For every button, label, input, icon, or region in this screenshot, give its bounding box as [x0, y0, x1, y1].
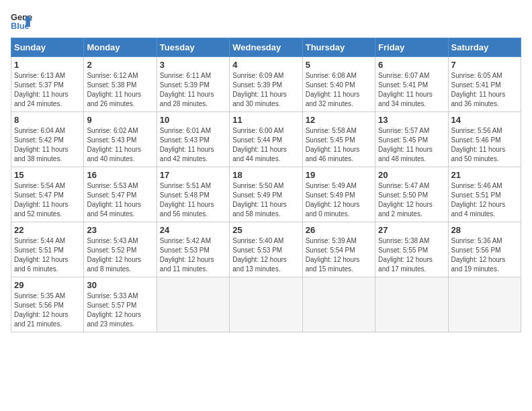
day-number: 21: [451, 170, 518, 180]
day-info: Sunrise: 5:35 AM Sunset: 5:56 PM Dayligh…: [14, 291, 81, 329]
day-info: Sunrise: 6:07 AM Sunset: 5:41 PM Dayligh…: [378, 71, 445, 109]
day-info: Sunrise: 6:12 AM Sunset: 5:38 PM Dayligh…: [87, 71, 153, 109]
day-number: 18: [232, 170, 299, 180]
calendar-cell: 27 Sunrise: 5:38 AM Sunset: 5:55 PM Dayl…: [375, 222, 448, 277]
calendar-row: 15 Sunrise: 5:54 AM Sunset: 5:47 PM Dayl…: [11, 167, 521, 222]
calendar-row: 8 Sunrise: 6:04 AM Sunset: 5:42 PM Dayli…: [11, 112, 521, 167]
logo: General Blue: [11, 11, 32, 32]
calendar-cell: [302, 277, 375, 332]
day-number: 27: [378, 225, 445, 235]
calendar-cell: 23 Sunrise: 5:43 AM Sunset: 5:52 PM Dayl…: [84, 222, 157, 277]
day-number: 13: [378, 115, 445, 125]
day-number: 3: [160, 60, 226, 70]
day-number: 29: [14, 280, 81, 290]
calendar-cell: 10 Sunrise: 6:01 AM Sunset: 5:43 PM Dayl…: [157, 112, 229, 167]
calendar-cell: 6 Sunrise: 6:07 AM Sunset: 5:41 PM Dayli…: [375, 57, 448, 112]
calendar-cell: 14 Sunrise: 5:56 AM Sunset: 5:46 PM Dayl…: [448, 112, 521, 167]
day-number: 17: [160, 170, 226, 180]
calendar-cell: 13 Sunrise: 5:57 AM Sunset: 5:45 PM Dayl…: [375, 112, 448, 167]
day-number: 12: [306, 115, 372, 125]
calendar-cell: [157, 277, 229, 332]
day-number: 24: [160, 225, 226, 235]
day-info: Sunrise: 5:38 AM Sunset: 5:55 PM Dayligh…: [378, 236, 445, 274]
calendar-cell: 2 Sunrise: 6:12 AM Sunset: 5:38 PM Dayli…: [84, 57, 157, 112]
day-number: 25: [232, 225, 299, 235]
day-info: Sunrise: 6:09 AM Sunset: 5:39 PM Dayligh…: [232, 71, 299, 109]
day-info: Sunrise: 5:40 AM Sunset: 5:53 PM Dayligh…: [232, 236, 299, 274]
day-info: Sunrise: 6:00 AM Sunset: 5:44 PM Dayligh…: [232, 126, 299, 164]
day-info: Sunrise: 5:43 AM Sunset: 5:52 PM Dayligh…: [87, 236, 153, 274]
weekday-header: Tuesday: [157, 38, 229, 57]
calendar-cell: 22 Sunrise: 5:44 AM Sunset: 5:51 PM Dayl…: [11, 222, 84, 277]
calendar-cell: 17 Sunrise: 5:51 AM Sunset: 5:48 PM Dayl…: [157, 167, 229, 222]
day-info: Sunrise: 5:42 AM Sunset: 5:53 PM Dayligh…: [160, 236, 226, 274]
calendar-cell: 26 Sunrise: 5:39 AM Sunset: 5:54 PM Dayl…: [302, 222, 375, 277]
calendar-cell: 5 Sunrise: 6:08 AM Sunset: 5:40 PM Dayli…: [302, 57, 375, 112]
day-number: 2: [87, 60, 153, 70]
weekday-header: Saturday: [448, 38, 521, 57]
calendar-cell: 30 Sunrise: 5:33 AM Sunset: 5:57 PM Dayl…: [84, 277, 157, 332]
day-number: 6: [378, 60, 445, 70]
calendar-cell: 28 Sunrise: 5:36 AM Sunset: 5:56 PM Dayl…: [448, 222, 521, 277]
calendar-cell: 7 Sunrise: 6:05 AM Sunset: 5:41 PM Dayli…: [448, 57, 521, 112]
day-number: 5: [306, 60, 372, 70]
calendar-cell: 8 Sunrise: 6:04 AM Sunset: 5:42 PM Dayli…: [11, 112, 84, 167]
calendar-cell: 20 Sunrise: 5:47 AM Sunset: 5:50 PM Dayl…: [375, 167, 448, 222]
calendar-cell: [230, 277, 302, 332]
day-number: 11: [232, 115, 299, 125]
day-number: 30: [87, 280, 153, 290]
day-number: 26: [306, 225, 372, 235]
calendar-row: 29 Sunrise: 5:35 AM Sunset: 5:56 PM Dayl…: [11, 277, 521, 332]
day-number: 22: [14, 225, 81, 235]
calendar-cell: 29 Sunrise: 5:35 AM Sunset: 5:56 PM Dayl…: [11, 277, 84, 332]
calendar-cell: 15 Sunrise: 5:54 AM Sunset: 5:47 PM Dayl…: [11, 167, 84, 222]
day-number: 15: [14, 170, 81, 180]
day-number: 7: [451, 60, 518, 70]
day-info: Sunrise: 5:47 AM Sunset: 5:50 PM Dayligh…: [378, 181, 445, 219]
calendar-row: 1 Sunrise: 6:13 AM Sunset: 5:37 PM Dayli…: [11, 57, 521, 112]
day-number: 14: [451, 115, 518, 125]
day-number: 16: [87, 170, 153, 180]
calendar-cell: 24 Sunrise: 5:42 AM Sunset: 5:53 PM Dayl…: [157, 222, 229, 277]
page-header: General Blue: [11, 11, 521, 32]
day-info: Sunrise: 6:01 AM Sunset: 5:43 PM Dayligh…: [160, 126, 226, 164]
weekday-header: Sunday: [11, 38, 84, 57]
day-info: Sunrise: 5:54 AM Sunset: 5:47 PM Dayligh…: [14, 181, 81, 219]
day-number: 23: [87, 225, 153, 235]
day-info: Sunrise: 5:50 AM Sunset: 5:49 PM Dayligh…: [232, 181, 299, 219]
calendar-cell: [375, 277, 448, 332]
day-info: Sunrise: 5:53 AM Sunset: 5:47 PM Dayligh…: [87, 181, 153, 219]
day-number: 8: [14, 115, 81, 125]
day-number: 10: [160, 115, 226, 125]
day-info: Sunrise: 5:56 AM Sunset: 5:46 PM Dayligh…: [451, 126, 518, 164]
day-info: Sunrise: 5:33 AM Sunset: 5:57 PM Dayligh…: [87, 291, 153, 329]
calendar-cell: 19 Sunrise: 5:49 AM Sunset: 5:49 PM Dayl…: [302, 167, 375, 222]
day-info: Sunrise: 6:08 AM Sunset: 5:40 PM Dayligh…: [306, 71, 372, 109]
weekday-header: Thursday: [302, 38, 375, 57]
day-info: Sunrise: 6:05 AM Sunset: 5:41 PM Dayligh…: [451, 71, 518, 109]
calendar-cell: 4 Sunrise: 6:09 AM Sunset: 5:39 PM Dayli…: [230, 57, 302, 112]
day-info: Sunrise: 6:13 AM Sunset: 5:37 PM Dayligh…: [14, 71, 81, 109]
calendar-table: SundayMondayTuesdayWednesdayThursdayFrid…: [11, 38, 521, 332]
day-info: Sunrise: 5:58 AM Sunset: 5:45 PM Dayligh…: [306, 126, 372, 164]
calendar-cell: 18 Sunrise: 5:50 AM Sunset: 5:49 PM Dayl…: [230, 167, 302, 222]
calendar-cell: [448, 277, 521, 332]
day-info: Sunrise: 6:11 AM Sunset: 5:39 PM Dayligh…: [160, 71, 226, 109]
day-info: Sunrise: 5:46 AM Sunset: 5:51 PM Dayligh…: [451, 181, 518, 219]
calendar-cell: 16 Sunrise: 5:53 AM Sunset: 5:47 PM Dayl…: [84, 167, 157, 222]
day-number: 28: [451, 225, 518, 235]
day-number: 1: [14, 60, 81, 70]
calendar-cell: 21 Sunrise: 5:46 AM Sunset: 5:51 PM Dayl…: [448, 167, 521, 222]
calendar-cell: 11 Sunrise: 6:00 AM Sunset: 5:44 PM Dayl…: [230, 112, 302, 167]
weekday-header: Wednesday: [230, 38, 302, 57]
day-number: 20: [378, 170, 445, 180]
day-info: Sunrise: 5:49 AM Sunset: 5:49 PM Dayligh…: [306, 181, 372, 219]
day-info: Sunrise: 5:51 AM Sunset: 5:48 PM Dayligh…: [160, 181, 226, 219]
day-info: Sunrise: 5:36 AM Sunset: 5:56 PM Dayligh…: [451, 236, 518, 274]
day-info: Sunrise: 5:39 AM Sunset: 5:54 PM Dayligh…: [306, 236, 372, 274]
calendar-cell: 12 Sunrise: 5:58 AM Sunset: 5:45 PM Dayl…: [302, 112, 375, 167]
calendar-cell: 9 Sunrise: 6:02 AM Sunset: 5:43 PM Dayli…: [84, 112, 157, 167]
day-info: Sunrise: 5:44 AM Sunset: 5:51 PM Dayligh…: [14, 236, 81, 274]
calendar-cell: 3 Sunrise: 6:11 AM Sunset: 5:39 PM Dayli…: [157, 57, 229, 112]
calendar-cell: 25 Sunrise: 5:40 AM Sunset: 5:53 PM Dayl…: [230, 222, 302, 277]
